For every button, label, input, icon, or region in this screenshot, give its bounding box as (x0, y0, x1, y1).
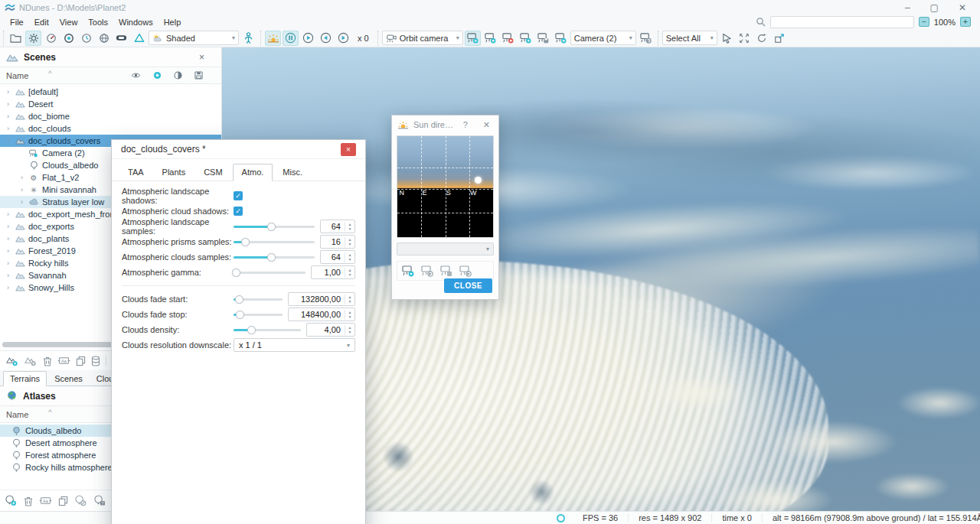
expand-chevron-icon[interactable]: › (5, 259, 11, 267)
camera-sun-button-2[interactable] (420, 265, 434, 277)
expand-chevron-icon[interactable]: › (5, 112, 11, 120)
copy-button[interactable] (76, 356, 86, 366)
minimize-button[interactable]: – (905, 2, 910, 13)
fade-stop-spinbox[interactable]: 148400,00 ▲▼ (288, 308, 355, 321)
expand-chevron-icon[interactable]: › (5, 100, 11, 108)
clouds-samples-slider[interactable] (234, 252, 315, 262)
spin-value[interactable]: 16 (321, 237, 345, 246)
density-spinbox[interactable]: 4,00 ▲▼ (306, 323, 355, 337)
add-atlas-button[interactable] (5, 495, 18, 506)
pause-button[interactable] (283, 31, 299, 46)
delete-atlas-button[interactable] (24, 496, 33, 506)
camera-locate-button[interactable] (553, 31, 569, 46)
camera-add-button[interactable] (465, 31, 481, 46)
scenes-panel-close-button[interactable]: × (199, 52, 215, 63)
time-clock-button[interactable] (78, 31, 94, 46)
fade-start-slider[interactable] (234, 295, 283, 304)
density-slider[interactable] (234, 325, 301, 334)
globe-button[interactable] (96, 31, 112, 46)
gamma-spinbox[interactable]: 1,00 ▲▼ (311, 265, 355, 279)
expand-chevron-icon[interactable]: › (5, 88, 11, 96)
shading-mode-dropdown[interactable]: Shaded ▾ (149, 31, 239, 45)
expand-chevron-icon[interactable]: › (5, 284, 11, 291)
scenes-column-header[interactable]: Name ^ (0, 67, 221, 84)
search-input[interactable] (770, 16, 914, 28)
sun-dialog-title-bar[interactable]: Sun dire… ? ✕ (392, 116, 498, 134)
expand-chevron-icon[interactable]: › (5, 125, 11, 132)
tab-terrains[interactable]: Terrains (3, 371, 47, 386)
prisms-samples-slider[interactable] (234, 237, 315, 246)
save-column-icon[interactable] (194, 71, 203, 80)
camera-sun-button-4[interactable] (459, 265, 472, 277)
settings-button[interactable] (25, 31, 41, 46)
play-button[interactable] (300, 31, 316, 46)
spin-value[interactable]: 4,00 (307, 325, 345, 334)
capsule-button[interactable] (113, 31, 129, 46)
spin-value[interactable]: 64 (321, 252, 345, 262)
slider-track[interactable] (234, 272, 305, 274)
performance-gauge-button[interactable] (43, 31, 59, 46)
tree-item[interactable]: ›Desert (0, 98, 221, 110)
rename-atlas-button[interactable]: Aa (39, 496, 52, 506)
landscape-shadows-checkbox[interactable]: ✓ (234, 191, 243, 200)
slider-knob[interactable] (235, 295, 243, 304)
camera-select-dropdown[interactable]: Camera (2) ▾ (570, 31, 636, 45)
name-column-label[interactable]: Name (6, 71, 28, 80)
spin-arrows[interactable]: ▲▼ (345, 310, 354, 320)
sun-dialog-close-action-button[interactable]: CLOSE (444, 278, 492, 293)
spin-arrows[interactable]: ▲▼ (345, 325, 354, 335)
character-view-button[interactable] (240, 31, 256, 46)
expand-chevron-icon[interactable]: › (5, 247, 11, 255)
zoom-out-button[interactable]: − (919, 17, 929, 27)
menu-windows[interactable]: Windows (113, 16, 158, 28)
duplicate-scene-button[interactable] (24, 356, 38, 366)
menu-help[interactable]: Help (158, 16, 187, 28)
cloud-shadows-checkbox[interactable]: ✓ (234, 207, 243, 216)
tab-scenes[interactable]: Scenes (48, 372, 89, 386)
slider-knob[interactable] (232, 269, 240, 277)
resolution-downscale-select[interactable]: x 1 / 1 ▾ (234, 338, 355, 352)
menu-edit[interactable]: Edit (29, 16, 54, 28)
clouds-samples-spinbox[interactable]: 64 ▲▼ (320, 250, 355, 264)
expand-chevron-icon[interactable]: › (18, 186, 25, 194)
dialog-close-button[interactable]: × (341, 143, 356, 156)
tab-taa[interactable]: TAA (119, 164, 152, 181)
sun-dialog-close-button[interactable]: ✕ (483, 120, 490, 130)
spin-value[interactable]: 132800,00 (289, 295, 345, 304)
spin-arrows[interactable]: ▲▼ (345, 268, 354, 278)
close-button[interactable]: ✕ (959, 2, 966, 13)
prism-button[interactable] (131, 31, 147, 46)
camera-target-button[interactable] (518, 31, 534, 46)
tab-atmo[interactable]: Atmo. (233, 164, 273, 181)
scale-tool-button[interactable] (772, 31, 788, 46)
step-forward-button[interactable] (335, 31, 351, 46)
name-column-label[interactable]: Name (6, 410, 28, 419)
expand-chevron-icon[interactable]: › (18, 174, 25, 181)
tab-csm[interactable]: CSM (195, 164, 230, 181)
help-button[interactable]: ? (463, 120, 468, 129)
fade-start-spinbox[interactable]: 132800,00 ▲▼ (288, 292, 355, 306)
copy-atlas-button[interactable] (58, 496, 68, 506)
visibility-column-icon[interactable] (131, 72, 141, 79)
spin-arrows[interactable]: ▲▼ (345, 252, 354, 262)
spin-value[interactable]: 1,00 (312, 268, 345, 277)
reload-atlas-button[interactable]: ? (93, 495, 106, 506)
tree-item[interactable]: ›[default] (0, 86, 221, 98)
landscape-samples-spinbox[interactable]: 64 ▲▼ (320, 220, 355, 233)
maximize-button[interactable]: ▢ (930, 2, 939, 13)
camera-save-button[interactable] (535, 31, 551, 46)
camera-sun-button-3[interactable] (439, 265, 453, 277)
disable-atlas-button[interactable] (74, 495, 87, 506)
tab-plants[interactable]: Plants (154, 164, 194, 181)
landscape-samples-slider[interactable] (234, 222, 315, 231)
slider-knob[interactable] (241, 238, 250, 246)
camera-add-sun-button[interactable] (401, 265, 415, 277)
render-aperture-button[interactable] (60, 31, 77, 46)
step-back-button[interactable] (318, 31, 334, 46)
open-folder-button[interactable] (8, 31, 24, 46)
rename-button[interactable]: Aa (57, 356, 70, 366)
camera-prev-button[interactable] (482, 31, 498, 46)
fade-stop-slider[interactable] (234, 310, 283, 319)
slider-knob[interactable] (236, 311, 244, 319)
zoom-in-button[interactable]: + (960, 17, 971, 27)
